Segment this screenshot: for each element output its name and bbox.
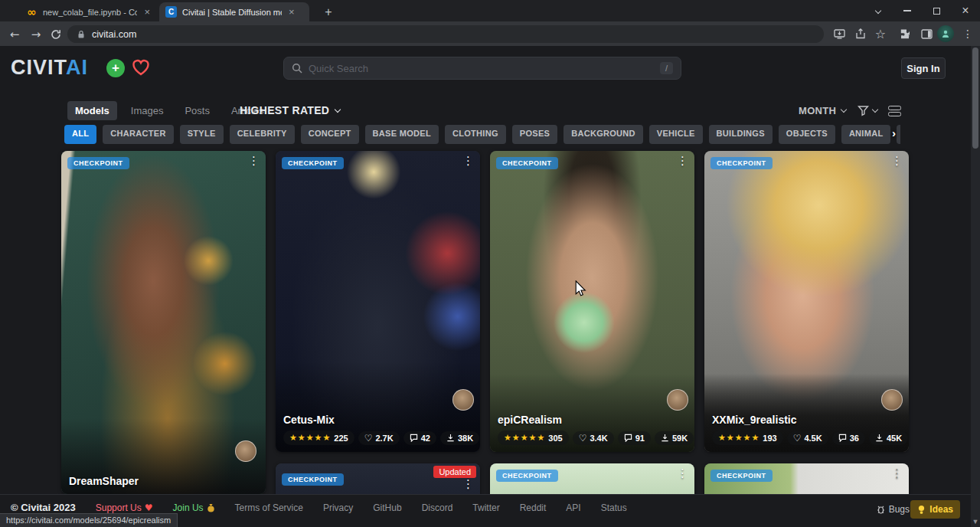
bugs-button[interactable]: Bugs (877, 504, 910, 515)
creator-avatar[interactable] (235, 440, 256, 462)
filters-dropdown[interactable] (858, 105, 877, 116)
comment-icon (624, 434, 632, 442)
chip-all[interactable]: ALL (64, 125, 96, 144)
model-type-badge: CHECKPOINT (282, 157, 344, 169)
chip-poses[interactable]: POSES (512, 125, 557, 144)
model-type-badge: CHECKPOINT (496, 157, 558, 169)
link-preview-status-bar: https://civitai.com/models/25694/epicrea… (0, 513, 178, 527)
address-bar[interactable]: civitai.com (67, 25, 824, 43)
chips-scroll-right-arrow[interactable]: › (892, 126, 896, 139)
footer-link-api[interactable]: API (566, 502, 580, 513)
scrollbar-down-arrow[interactable]: ▼ (971, 518, 980, 525)
comments-pill: 42 (403, 431, 436, 445)
filter-funnel-icon (858, 105, 869, 116)
chevron-down-icon (335, 106, 341, 112)
civitai-logo[interactable]: CIVITAI (11, 56, 88, 80)
comment-icon (838, 434, 847, 442)
sort-dropdown[interactable]: HIGHEST RATED (240, 104, 340, 116)
model-type-badge: CHECKPOINT (710, 157, 773, 169)
tab-posts[interactable]: Posts (177, 101, 217, 120)
model-card-epicrealism[interactable]: CHECKPOINT ⋮ epiCRealism ★★★★★305 ♡3.4K … (490, 151, 694, 452)
browser-tab-colab[interactable]: ∞ new_colab_file.ipynb - Colaborat × (20, 2, 156, 21)
download-icon (875, 434, 884, 442)
share-icon[interactable] (853, 27, 868, 41)
footer-link-discord[interactable]: Discord (422, 502, 453, 513)
window-maximize-button[interactable] (922, 0, 951, 21)
footer-link-terms[interactable]: Terms of Service (235, 502, 303, 513)
updated-badge: Updated (433, 466, 476, 478)
chip-concept[interactable]: CONCEPT (301, 125, 359, 144)
back-button[interactable]: ← (6, 26, 23, 43)
card-menu-icon[interactable]: ⋮ (677, 468, 688, 480)
new-tab-button[interactable]: + (320, 4, 337, 21)
chip-clothing[interactable]: CLOTHING (445, 125, 506, 144)
tab-close-icon[interactable]: × (289, 6, 295, 18)
model-type-badge: CHECKPOINT (282, 473, 344, 486)
chip-objects[interactable]: OBJECTS (779, 125, 835, 144)
side-panel-icon[interactable] (919, 27, 934, 41)
window-minimize-button[interactable] (893, 0, 922, 21)
chip-tool[interactable]: TOOL (897, 125, 900, 144)
model-card-cetus-mix[interactable]: CHECKPOINT ⋮ Cetus-Mix ★★★★★225 ♡2.7K 42… (276, 151, 480, 452)
browser-tab-bar: ∞ new_colab_file.ipynb - Colaborat × C C… (0, 0, 980, 21)
reload-button[interactable] (47, 26, 64, 43)
bookmark-star-icon[interactable]: ☆ (873, 27, 888, 41)
download-icon (661, 434, 669, 442)
card-menu-icon[interactable]: ⋮ (462, 155, 474, 167)
browser-profile-avatar[interactable] (937, 25, 954, 42)
tab-close-icon[interactable]: × (144, 6, 150, 18)
footer-link-twitter[interactable]: Twitter (472, 502, 499, 513)
model-card-dreamshaper[interactable]: CHECKPOINT ⋮ DreamShaper (61, 151, 266, 494)
card-menu-icon[interactable]: ⋮ (891, 155, 903, 167)
chip-vehicle[interactable]: VEHICLE (649, 125, 703, 144)
quick-search-box[interactable]: / (283, 57, 681, 80)
model-stats-row: ★★★★★225 ♡2.7K 42 38K (283, 430, 472, 445)
heart-icon: ♥ (145, 502, 153, 513)
model-stats-row: ★★★★★193 ♡4.5K 36 45K (712, 430, 901, 445)
grid-layout-toggle[interactable] (888, 106, 901, 116)
favorites-heart-icon[interactable] (130, 57, 152, 78)
search-input[interactable] (309, 63, 654, 74)
card-menu-icon[interactable]: ⋮ (677, 155, 688, 167)
ideas-button[interactable]: Ideas (910, 500, 960, 519)
extensions-puzzle-icon[interactable] (897, 27, 913, 41)
comments-pill: 91 (618, 431, 651, 445)
chip-base-model[interactable]: BASE MODEL (365, 125, 439, 144)
downloads-pill: 45K (869, 431, 908, 445)
model-card-xxmix-9realistic[interactable]: CHECKPOINT ⋮ XXMix_9realistic ★★★★★193 ♡… (704, 151, 909, 452)
tab-search-icon[interactable] (864, 0, 893, 21)
card-menu-icon[interactable]: ⋮ (248, 155, 260, 167)
chip-character[interactable]: CHARACTER (103, 125, 173, 144)
footer-link-status[interactable]: Status (601, 502, 627, 513)
scrollbar-thumb[interactable] (972, 47, 978, 149)
forward-button[interactable]: → (28, 26, 44, 43)
create-plus-button[interactable]: + (106, 59, 125, 77)
chip-animal[interactable]: ANIMAL (841, 125, 891, 144)
likes-pill: ♡2.7K (358, 431, 400, 445)
period-dropdown[interactable]: MONTH (799, 105, 846, 116)
card-menu-icon[interactable]: ⋮ (462, 479, 474, 490)
colab-icon: ∞ (26, 6, 38, 18)
chip-buildings[interactable]: BUILDINGS (709, 125, 773, 144)
sign-in-button[interactable]: Sign In (901, 57, 946, 79)
install-icon[interactable] (831, 27, 847, 41)
tab-models[interactable]: Models (67, 101, 117, 120)
footer-link-privacy[interactable]: Privacy (323, 502, 353, 513)
chip-celebrity[interactable]: CELEBRITY (230, 125, 295, 144)
comments-pill: 36 (832, 431, 865, 445)
footer-link-reddit[interactable]: Reddit (520, 502, 547, 513)
footer-link-support-us[interactable]: Support Us ♥ (96, 502, 153, 513)
tab-images[interactable]: Images (123, 101, 172, 120)
window-close-button[interactable]: × (951, 0, 980, 21)
browser-tab-civitai[interactable]: C Civitai | Stable Diffusion models × (159, 2, 309, 21)
browser-toolbar: ← → civitai.com ☆ ⋮ (0, 21, 980, 46)
card-menu-icon[interactable]: ⋮ (891, 468, 903, 480)
browser-menu-icon[interactable]: ⋮ (960, 27, 975, 41)
footer-link-github[interactable]: GitHub (373, 502, 401, 513)
chip-style[interactable]: STYLE (180, 125, 224, 144)
page-scrollbar[interactable]: ▼ (971, 46, 980, 527)
footer-link-join-us[interactable]: Join Us (173, 502, 215, 513)
chevron-down-icon (841, 106, 847, 113)
chip-background[interactable]: BACKGROUND (564, 125, 643, 144)
rating-pill: ★★★★★225 (283, 430, 354, 445)
